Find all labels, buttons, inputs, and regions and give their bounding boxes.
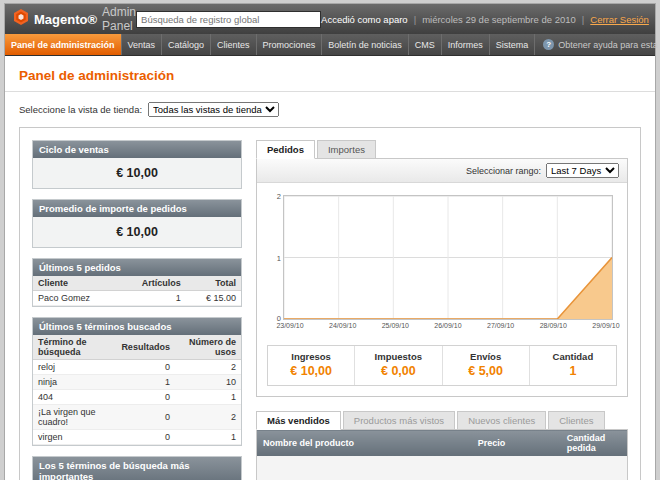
y-axis-label: 1	[270, 254, 281, 263]
cell: ¡La virgen que cuadro!	[33, 405, 116, 430]
total-value: € 5,00	[445, 364, 527, 378]
x-axis-label: 27/09/10	[482, 322, 520, 329]
table-row[interactable]: reloj 0 2	[33, 360, 241, 375]
tab-importes[interactable]: Importes	[317, 140, 376, 159]
header: Magento® Admin Panel Accedió como aparo …	[5, 4, 655, 34]
table-row[interactable]: 404 0 1	[33, 390, 241, 405]
empty-message: No se encontraron registros.	[257, 456, 628, 480]
x-axis-label: 28/09/10	[534, 322, 572, 329]
last-search-table: Término de búsqueda Resultados Número de…	[33, 335, 241, 445]
nav-item-reports[interactable]: Informes	[442, 34, 490, 55]
nav-item-newsletter[interactable]: Boletín de noticias	[322, 34, 409, 55]
tab-nuevos-clientes[interactable]: Nuevos clientes	[457, 411, 546, 430]
last-orders-table: Cliente Artículos Total Paco Gomez 1 € 1…	[33, 276, 241, 306]
last-orders-title: Últimos 5 pedidos	[33, 259, 241, 276]
x-axis-label: 23/09/10	[271, 322, 309, 329]
page-title: Panel de administración	[19, 68, 641, 83]
tab-mas-vendidos[interactable]: Más vendidos	[256, 411, 341, 430]
logout-link[interactable]: Cerrar Sesión	[590, 14, 649, 25]
col-header: Cantidad pedida	[561, 430, 628, 457]
store-view-select[interactable]: Todas las vistas de tienda	[148, 102, 279, 117]
lifetime-sales-block: Ciclo de ventas € 10,00	[32, 140, 242, 189]
dashboard-panel: Ciclo de ventas € 10,00 Promedio de impo…	[19, 127, 641, 480]
total-label: Impuestos	[357, 351, 439, 362]
table-row[interactable]: ninja 1 10	[33, 375, 241, 390]
global-search-input[interactable]	[136, 11, 321, 28]
products-table: Nombre del producto Precio Cantidad pedi…	[256, 429, 628, 480]
separator: |	[582, 14, 584, 25]
logo-suffix: Admin Panel	[102, 5, 136, 33]
chart-tabs: Pedidos Importes	[256, 140, 628, 159]
cell: ninja	[33, 375, 116, 390]
cell: 0	[116, 405, 175, 430]
range-toolbar: Seleccionar rango: Last 7 Days	[257, 159, 627, 183]
main-nav: Panel de administración Ventas Catálogo …	[5, 34, 655, 56]
total-value: € 10,00	[270, 364, 352, 378]
total-envios: Envíos € 5,00	[443, 346, 530, 385]
nav-item-customers[interactable]: Clientes	[211, 34, 257, 55]
x-axis-label: 25/09/10	[376, 322, 414, 329]
separator: |	[414, 14, 416, 25]
last-orders-block: Últimos 5 pedidos Cliente Artículos Tota…	[32, 258, 242, 307]
average-orders-value: € 10,00	[33, 217, 241, 247]
col-header: Artículos	[118, 276, 185, 291]
col-header: Resultados	[116, 335, 175, 360]
cell: 0	[116, 360, 175, 375]
table-row[interactable]: ¡La virgen que cuadro! 0 2	[33, 405, 241, 430]
area-chart	[284, 196, 612, 319]
empty-row: No se encontraron registros.	[257, 456, 628, 480]
nav-item-system[interactable]: Sistema	[490, 34, 536, 55]
products-tabs: Más vendidos Productos más vistos Nuevos…	[256, 411, 628, 430]
cell: 404	[33, 390, 116, 405]
total-value: € 0,00	[357, 364, 439, 378]
col-header: Número de usos	[175, 335, 241, 360]
cell: 1	[118, 291, 185, 306]
totals-bar: Ingresos € 10,00 Impuestos € 0,00 Envíos…	[267, 345, 617, 386]
cell: 1	[175, 390, 241, 405]
y-axis-label: 2	[270, 192, 281, 201]
header-date: miércoles 29 de septiembre de 2010	[422, 14, 576, 25]
col-header: Total	[186, 276, 241, 291]
x-axis-label: 24/09/10	[324, 322, 362, 329]
cell: virgen	[33, 430, 116, 445]
total-ingresos: Ingresos € 10,00	[268, 346, 355, 385]
x-axis: 23/09/10 24/09/10 25/09/10 26/09/10 27/0…	[271, 322, 625, 329]
total-label: Cantidad	[532, 351, 614, 362]
nav-item-dashboard[interactable]: Panel de administración	[5, 34, 122, 55]
y-axis-label: 0	[270, 314, 281, 323]
nav-item-promotions[interactable]: Promociones	[257, 34, 323, 55]
range-select[interactable]: Last 7 Days	[546, 163, 619, 178]
cell: 0	[116, 390, 175, 405]
chart-panel: Seleccionar rango: Last 7 Days 2 1 0	[256, 158, 628, 397]
cell: 1	[116, 375, 175, 390]
cell: 2	[175, 405, 241, 430]
nav-item-cms[interactable]: CMS	[409, 34, 442, 55]
tab-pedidos[interactable]: Pedidos	[256, 140, 315, 159]
range-label: Seleccionar rango:	[466, 166, 541, 176]
logo[interactable]: Magento® Admin Panel	[13, 5, 136, 33]
table-row[interactable]: Paco Gomez 1 € 15.00	[33, 291, 241, 306]
x-axis-label: 26/09/10	[429, 322, 467, 329]
nav-item-catalog[interactable]: Catálogo	[162, 34, 211, 55]
top-search-block: Los 5 términos de búsqueda más important…	[32, 456, 242, 480]
divider	[5, 91, 655, 92]
cell: 2	[175, 360, 241, 375]
left-column: Ciclo de ventas € 10,00 Promedio de impo…	[32, 140, 242, 480]
cell: reloj	[33, 360, 116, 375]
cell: 0	[116, 430, 175, 445]
cell: Paco Gomez	[33, 291, 118, 306]
logged-in-as: Accedió como aparo	[321, 14, 408, 25]
logo-text: Magento®	[34, 12, 97, 27]
cell: € 15.00	[186, 291, 241, 306]
average-orders-block: Promedio de importe de pedidos € 10,00	[32, 199, 242, 248]
total-cantidad: Cantidad 1	[530, 346, 616, 385]
tab-productos-mas-vistos[interactable]: Productos más vistos	[343, 411, 455, 430]
tab-clientes[interactable]: Clientes	[548, 411, 604, 430]
header-user-area: Accedió como aparo | miércoles 29 de sep…	[321, 14, 649, 25]
x-axis-label: 29/09/10	[587, 322, 625, 329]
page-help-link[interactable]: ? Obtener ayuda para esta página	[535, 34, 660, 55]
last-search-title: Últimos 5 términos buscados	[33, 318, 241, 335]
cell: 10	[175, 375, 241, 390]
nav-item-sales[interactable]: Ventas	[122, 34, 163, 55]
table-row[interactable]: virgen 0 1	[33, 430, 241, 445]
